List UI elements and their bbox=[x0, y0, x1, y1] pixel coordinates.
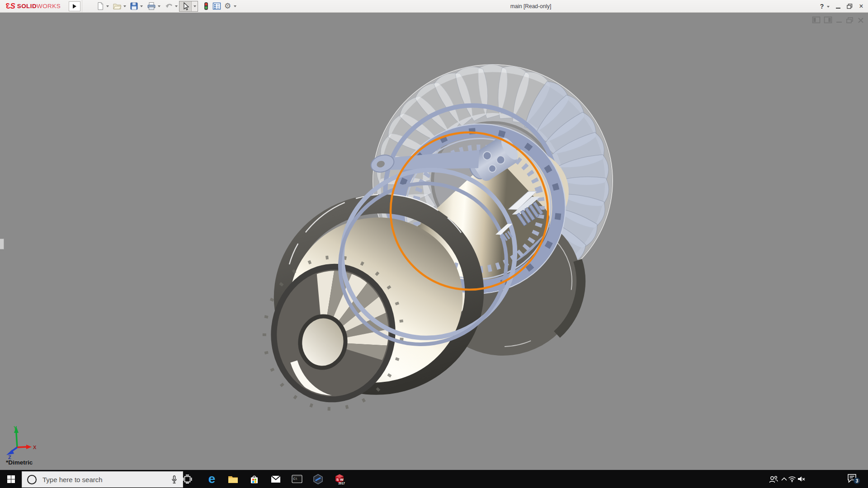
new-document-icon bbox=[96, 2, 104, 10]
start-button[interactable] bbox=[0, 470, 22, 488]
ds-logo-icon: 3S bbox=[6, 2, 15, 11]
triad-x-label: X bbox=[33, 445, 37, 450]
undo-arrow-icon bbox=[165, 2, 174, 10]
document-title: main [Read-only] bbox=[474, 3, 587, 9]
viewport-canvas[interactable]: Y X Z bbox=[0, 0, 868, 488]
select-tool-dropdown[interactable] bbox=[192, 1, 198, 11]
taskbar-item-solidworks[interactable]: SW 2017 bbox=[329, 470, 350, 488]
rebuild-button[interactable] bbox=[201, 1, 211, 11]
close-button[interactable]: × bbox=[857, 2, 865, 10]
restore-button[interactable] bbox=[845, 2, 854, 10]
new-document-dropdown[interactable] bbox=[105, 1, 110, 11]
restore-icon bbox=[847, 4, 853, 9]
print-icon bbox=[147, 2, 156, 10]
taskbar: Type here to search e bbox=[0, 470, 868, 488]
store-icon bbox=[250, 474, 259, 484]
cortana-icon bbox=[27, 475, 37, 484]
hexagon-app-icon bbox=[313, 474, 323, 484]
view-orientation-label: *Dimetric bbox=[6, 459, 33, 466]
taskbar-item-edge[interactable]: e bbox=[201, 470, 222, 488]
save-button[interactable] bbox=[129, 1, 139, 11]
new-document-button[interactable] bbox=[95, 1, 105, 11]
tray-overflow-chevron-icon[interactable] bbox=[779, 470, 788, 488]
model-scene: Y X Z bbox=[0, 0, 868, 488]
taskbar-item-file-explorer[interactable] bbox=[222, 470, 244, 488]
options-button[interactable]: ⚙ bbox=[222, 1, 233, 11]
pane-right-icon[interactable] bbox=[824, 16, 832, 24]
task-view-icon bbox=[183, 474, 192, 483]
help-dropdown[interactable] bbox=[826, 2, 831, 11]
command-prompt-icon: C:\ _ bbox=[292, 474, 302, 483]
triad-y-label: Y bbox=[14, 425, 17, 431]
print-dropdown[interactable] bbox=[156, 1, 162, 11]
gear-icon: ⚙ bbox=[224, 2, 231, 10]
svg-text:SW: SW bbox=[336, 478, 345, 482]
notification-badge: 3 bbox=[856, 479, 859, 483]
windows-logo-icon bbox=[7, 475, 15, 483]
open-button[interactable] bbox=[112, 1, 122, 11]
expand-menu-button[interactable] bbox=[69, 1, 80, 11]
select-tool-group bbox=[179, 1, 198, 12]
document-restore-icon[interactable] bbox=[846, 17, 854, 23]
taskbar-item-hexagon-app[interactable] bbox=[307, 470, 329, 488]
undo-dropdown[interactable] bbox=[174, 1, 179, 11]
minimize-icon bbox=[836, 8, 840, 9]
select-cursor-icon bbox=[182, 2, 189, 10]
minimize-button[interactable] bbox=[835, 2, 842, 10]
feature-panel-collapsed-tab[interactable] bbox=[0, 239, 4, 249]
select-tool-button[interactable] bbox=[179, 1, 192, 11]
open-folder-icon bbox=[113, 2, 122, 10]
solidworks-logo: 3S SOLIDWORKS bbox=[6, 1, 61, 11]
task-view-button[interactable] bbox=[177, 470, 198, 488]
notification-icon: 3 bbox=[847, 474, 860, 484]
wifi-icon[interactable] bbox=[788, 470, 797, 488]
mail-icon bbox=[271, 475, 281, 483]
pane-left-icon[interactable] bbox=[812, 16, 821, 24]
solidworks-2017-icon: SW 2017 bbox=[334, 473, 345, 485]
file-properties-icon bbox=[212, 2, 221, 10]
taskbar-item-command-prompt[interactable]: C:\ _ bbox=[286, 470, 307, 488]
svg-text:2017: 2017 bbox=[338, 482, 345, 485]
orientation-triad[interactable]: Y X Z bbox=[6, 425, 37, 460]
taskbar-item-store[interactable] bbox=[244, 470, 265, 488]
help-button[interactable]: ? bbox=[818, 2, 826, 10]
file-properties-button[interactable] bbox=[212, 1, 222, 11]
search-placeholder: Type here to search bbox=[42, 476, 103, 483]
svg-text:_: _ bbox=[293, 479, 295, 483]
edge-icon: e bbox=[208, 473, 216, 485]
people-icon[interactable] bbox=[768, 470, 779, 488]
taskbar-item-mail[interactable] bbox=[265, 470, 286, 488]
action-center-button[interactable]: 3 bbox=[844, 470, 863, 488]
save-dropdown[interactable] bbox=[139, 1, 144, 11]
open-dropdown[interactable] bbox=[122, 1, 127, 11]
play-triangle-icon bbox=[73, 4, 76, 9]
print-button[interactable] bbox=[146, 1, 156, 11]
save-floppy-icon bbox=[130, 2, 138, 10]
document-minimize-icon[interactable] bbox=[836, 22, 842, 23]
toolbar-separator bbox=[82, 0, 82, 12]
file-explorer-icon bbox=[228, 475, 238, 483]
title-bar: 3S SOLIDWORKS bbox=[0, 0, 868, 13]
traffic-light-icon bbox=[203, 2, 210, 11]
volume-muted-icon[interactable] bbox=[796, 470, 806, 488]
options-dropdown[interactable] bbox=[232, 1, 238, 11]
undo-button[interactable] bbox=[164, 1, 174, 11]
search-input[interactable]: Type here to search bbox=[22, 471, 183, 488]
document-close-icon[interactable] bbox=[858, 17, 864, 23]
